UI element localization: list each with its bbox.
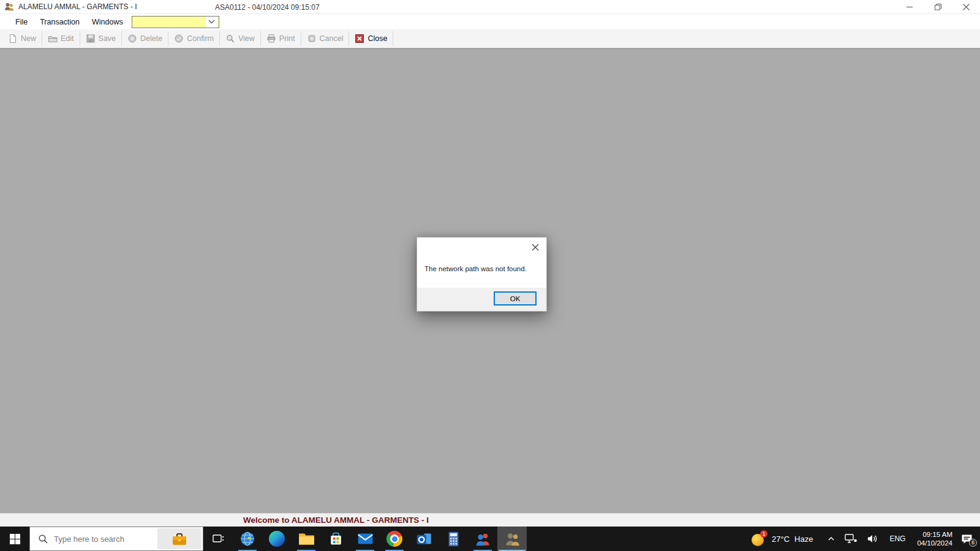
save-button[interactable]: Save xyxy=(80,31,122,47)
system-tray: 1 27°C Haze ENG 09:15 AM 04/10/2024 6 xyxy=(752,527,980,551)
mail-icon xyxy=(357,531,374,546)
outlook-icon xyxy=(416,531,432,547)
task-view-icon xyxy=(212,533,224,545)
edit-folder-icon xyxy=(48,34,58,43)
weather-temperature: 27°C xyxy=(772,534,790,544)
folder-icon xyxy=(298,531,315,546)
save-button-label: Save xyxy=(99,34,116,43)
people-icon xyxy=(475,531,491,547)
window-controls xyxy=(895,0,980,14)
confirm-button[interactable]: Confirm xyxy=(168,31,219,47)
chevron-up-icon xyxy=(827,536,835,541)
menu-bar: File Transaction Windows xyxy=(0,14,980,29)
weather-badge: 1 xyxy=(760,530,767,538)
search-app-highlight[interactable] xyxy=(157,528,202,549)
clock-time: 09:15 AM xyxy=(917,530,952,539)
weather-haze-icon: 1 xyxy=(752,531,766,546)
action-center-button[interactable]: 6 xyxy=(961,534,973,544)
close-button[interactable]: Close xyxy=(349,31,393,47)
delete-button-label: Delete xyxy=(140,34,162,43)
print-printer-icon xyxy=(266,34,276,43)
dialog-message: The network path was not found. xyxy=(424,265,527,272)
close-icon xyxy=(532,244,539,251)
title-bar: ALAMELU AMMAL - GARMENTS - I ASA0112 - 0… xyxy=(0,0,980,14)
status-bar: Welcome to ALAMELU AMMAL - GARMENTS - I xyxy=(0,513,980,527)
active-app-people-icon xyxy=(504,531,521,547)
toolbar-separator xyxy=(393,31,393,46)
app-people-icon xyxy=(4,2,15,12)
close-icon xyxy=(963,4,970,10)
cancel-icon xyxy=(307,34,317,43)
speaker-icon xyxy=(867,534,879,544)
taskbar-icon-file-explorer[interactable] xyxy=(292,527,321,551)
taskbar-icon-mail[interactable] xyxy=(350,527,380,551)
weather-condition: Haze xyxy=(794,534,813,544)
ok-button[interactable]: OK xyxy=(494,291,537,305)
taskbar-icon-store[interactable] xyxy=(321,527,350,551)
confirm-circle-icon xyxy=(174,34,184,43)
view-button[interactable]: View xyxy=(220,31,260,47)
minimize-icon xyxy=(907,4,913,10)
cancel-button-label: Cancel xyxy=(320,34,344,43)
language-indicator[interactable]: ENG xyxy=(889,534,905,543)
tray-overflow-button[interactable] xyxy=(827,536,835,541)
taskbar-icon-people[interactable] xyxy=(468,527,497,551)
delete-circle-icon xyxy=(127,34,137,43)
view-magnifier-icon xyxy=(225,34,235,43)
new-button[interactable]: New xyxy=(2,31,42,47)
new-document-icon xyxy=(8,34,18,43)
dialog-close-button[interactable] xyxy=(527,240,544,255)
taskbar-icon-active-app[interactable] xyxy=(497,527,527,551)
briefcase-icon xyxy=(171,531,188,547)
taskbar-icon-chrome[interactable] xyxy=(380,527,409,551)
task-view-button[interactable] xyxy=(203,527,233,551)
taskbar-search-box[interactable] xyxy=(29,527,203,551)
search-icon xyxy=(38,534,48,544)
menu-transaction[interactable]: Transaction xyxy=(34,14,86,29)
close-window-button[interactable] xyxy=(952,0,980,14)
dialog-footer: OK xyxy=(417,288,546,311)
chrome-icon xyxy=(386,531,402,547)
print-button[interactable]: Print xyxy=(261,31,301,47)
restore-icon xyxy=(935,4,941,10)
volume-button[interactable] xyxy=(867,534,879,544)
message-dialog: The network path was not found. OK xyxy=(417,237,547,312)
cancel-button[interactable]: Cancel xyxy=(301,31,349,47)
confirm-button-label: Confirm xyxy=(187,34,214,43)
edge-icon xyxy=(269,531,285,547)
chevron-down-icon[interactable] xyxy=(206,17,218,28)
save-floppy-icon xyxy=(86,34,96,43)
store-icon xyxy=(328,531,344,547)
close-button-label: Close xyxy=(368,34,387,43)
globe-icon xyxy=(239,531,255,547)
start-button[interactable] xyxy=(0,527,29,551)
calculator-icon xyxy=(446,531,461,547)
new-button-label: New xyxy=(21,34,36,43)
windows-logo-icon xyxy=(10,534,20,544)
edit-button-label: Edit xyxy=(61,34,74,43)
menu-windows[interactable]: Windows xyxy=(86,14,129,29)
view-button-label: View xyxy=(238,34,255,43)
taskbar-icon-outlook[interactable] xyxy=(409,527,439,551)
taskbar-icon-calculator[interactable] xyxy=(439,527,468,551)
session-info: ASA0112 - 04/10/2024 09:15:07 xyxy=(215,0,320,14)
network-icon xyxy=(845,534,857,544)
toolbar: New Edit Save Delete Confirm View xyxy=(0,29,980,48)
edit-button[interactable]: Edit xyxy=(42,31,80,47)
window-title: ALAMELU AMMAL - GARMENTS - I xyxy=(18,2,137,11)
network-button[interactable] xyxy=(845,534,857,544)
windows-combobox[interactable] xyxy=(132,16,219,28)
taskbar-icon-edge[interactable] xyxy=(262,527,292,551)
weather-widget[interactable]: 1 27°C Haze xyxy=(752,531,813,546)
print-button-label: Print xyxy=(279,34,295,43)
taskbar-icon-internet-explorer[interactable] xyxy=(233,527,262,551)
delete-button[interactable]: Delete xyxy=(122,31,168,47)
clock-date: 04/10/2024 xyxy=(917,539,952,547)
notification-badge: 6 xyxy=(969,539,977,547)
clock[interactable]: 09:15 AM 04/10/2024 xyxy=(917,530,952,547)
welcome-message: Welcome to ALAMELU AMMAL - GARMENTS - I xyxy=(243,515,429,525)
close-red-icon xyxy=(355,34,364,43)
minimize-button[interactable] xyxy=(895,0,924,14)
menu-file[interactable]: File xyxy=(9,14,34,29)
restore-button[interactable] xyxy=(924,0,952,14)
